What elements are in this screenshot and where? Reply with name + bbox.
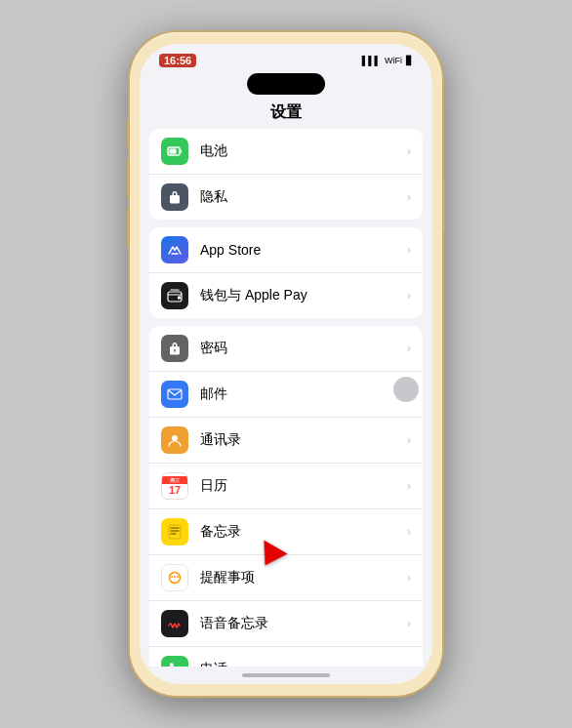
svg-rect-7 <box>169 525 181 539</box>
privacy-icon-bg <box>161 183 188 211</box>
wallet-label: 钱包与 Apple Pay <box>200 287 403 304</box>
volume-down-button[interactable] <box>127 208 130 247</box>
home-bar <box>242 673 330 677</box>
notes-label: 备忘录 <box>200 523 403 541</box>
settings-list[interactable]: 电池 › 隐私 › <box>140 129 432 667</box>
battery-icon: ▊ <box>406 56 413 65</box>
calendar-icon-bg: 周三 17 <box>161 472 188 500</box>
reminders-chevron: › <box>407 571 411 585</box>
contacts-label: 通讯录 <box>200 431 403 449</box>
silent-button[interactable] <box>127 120 130 147</box>
signal-icon: ▌▌▌ <box>362 56 381 65</box>
contacts-chevron: › <box>407 433 411 447</box>
phone-icon-bg <box>161 656 188 667</box>
mail-chevron: › <box>407 387 411 401</box>
password-row[interactable]: 密码 › <box>149 326 423 372</box>
contacts-row[interactable]: 通讯录 › <box>149 418 423 464</box>
password-chevron: › <box>407 342 411 355</box>
phone-frame: 16:56 ▌▌▌ WiFi ▊ 设置 <box>130 32 442 696</box>
notes-chevron: › <box>407 525 411 539</box>
phone-row[interactable]: 电话 › <box>149 647 423 667</box>
phone-chevron: › <box>407 663 411 667</box>
appstore-icon-bg <box>161 236 188 263</box>
dynamic-island <box>247 73 325 95</box>
voice-label: 语音备忘录 <box>200 615 403 632</box>
settings-group-2: App Store › 钱包与 Apple Pay › <box>149 227 423 318</box>
wifi-icon: WiFi <box>385 56 402 65</box>
appstore-row[interactable]: App Store › <box>149 227 423 273</box>
wallet-chevron: › <box>407 289 411 303</box>
svg-rect-2 <box>170 149 177 154</box>
mail-icon-bg <box>161 381 188 408</box>
phone-label: 电话 <box>200 661 403 667</box>
phone-screen: 16:56 ▌▌▌ WiFi ▊ 设置 <box>140 44 432 684</box>
reminders-icon-bg <box>161 564 188 591</box>
battery-icon-bg <box>161 138 188 165</box>
password-icon-bg <box>161 335 188 362</box>
notes-row[interactable]: 备忘录 › <box>149 509 423 555</box>
battery-row[interactable]: 电池 › <box>149 129 423 175</box>
calendar-row[interactable]: 周三 17 日历 › <box>149 464 423 509</box>
privacy-label: 隐私 <box>200 188 403 206</box>
wallet-icon-bg <box>161 282 188 309</box>
settings-group-3: 密码 › 邮件 › <box>149 326 423 667</box>
volume-up-button[interactable] <box>127 159 130 198</box>
mail-label: 邮件 <box>200 385 403 403</box>
appstore-chevron: › <box>407 243 411 257</box>
contacts-icon-bg <box>161 426 188 454</box>
battery-chevron: › <box>407 144 411 158</box>
voice-chevron: › <box>407 617 411 630</box>
notes-icon-bg <box>161 518 188 546</box>
svg-point-9 <box>171 576 173 578</box>
status-time: 16:56 <box>159 54 196 67</box>
privacy-chevron: › <box>407 190 411 204</box>
power-button[interactable] <box>442 179 445 232</box>
battery-label: 电池 <box>200 142 403 160</box>
privacy-row[interactable]: 隐私 › <box>149 175 423 220</box>
status-icons: ▌▌▌ WiFi ▊ <box>362 56 413 65</box>
settings-group-1: 电池 › 隐私 › <box>149 129 423 220</box>
svg-rect-1 <box>181 149 183 153</box>
voice-row[interactable]: 语音备忘录 › <box>149 601 423 647</box>
page-title: 设置 <box>140 95 432 129</box>
svg-point-10 <box>174 576 176 578</box>
status-bar: 16:56 ▌▌▌ WiFi ▊ <box>140 44 432 73</box>
mail-row[interactable]: 邮件 › <box>149 372 423 418</box>
home-indicator <box>140 667 432 684</box>
appstore-label: App Store <box>200 242 403 258</box>
svg-point-6 <box>172 435 178 441</box>
password-label: 密码 <box>200 340 403 357</box>
voice-icon-bg <box>161 610 188 637</box>
svg-point-11 <box>177 576 179 578</box>
reminders-row[interactable]: 提醒事项 › <box>149 555 423 601</box>
svg-rect-4 <box>178 297 181 300</box>
calendar-label: 日历 <box>200 477 403 495</box>
calendar-chevron: › <box>407 479 411 493</box>
reminders-label: 提醒事项 <box>200 569 403 586</box>
wallet-row[interactable]: 钱包与 Apple Pay › <box>149 273 423 318</box>
